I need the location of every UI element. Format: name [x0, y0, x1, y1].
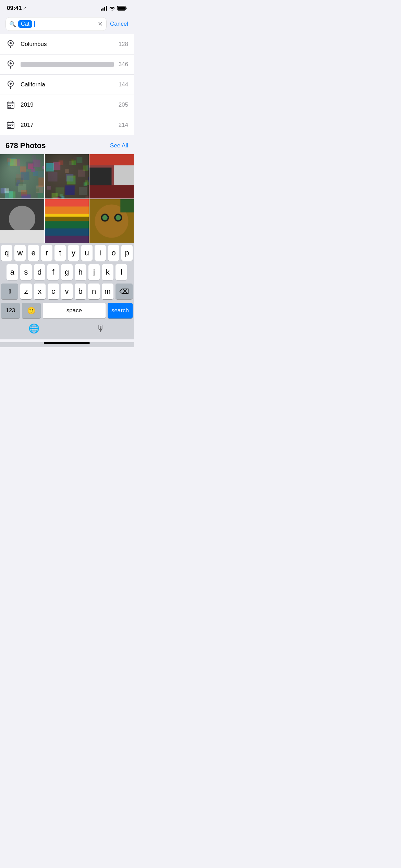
suggestion-label-ca: California — [21, 81, 114, 88]
photo-thumbnail-4 — [0, 199, 44, 243]
location-arrow-icon: ↗ — [23, 6, 27, 11]
location-pin-icon-2 — [5, 59, 16, 70]
suggestion-label: Columbus — [21, 41, 114, 48]
key-p[interactable]: p — [121, 245, 133, 261]
keyboard-bottom-bar: 🌐 🎙 — [0, 320, 134, 339]
numbers-key[interactable]: 123 — [1, 303, 20, 318]
key-y[interactable]: y — [68, 245, 79, 261]
key-z[interactable]: z — [20, 284, 32, 299]
photo-cell-5[interactable] — [45, 199, 89, 243]
svg-point-6 — [10, 62, 12, 64]
photo-grid — [0, 154, 134, 243]
suggestion-count-ca: 144 — [119, 81, 128, 88]
key-l[interactable]: l — [116, 264, 127, 280]
svg-point-9 — [10, 83, 12, 85]
key-e[interactable]: e — [28, 245, 39, 261]
status-time: 09:41 ↗ — [7, 5, 27, 12]
svg-rect-28 — [10, 127, 11, 128]
key-n[interactable]: n — [88, 284, 100, 299]
search-query-pill[interactable]: Cat — [18, 20, 32, 28]
key-d[interactable]: d — [34, 264, 46, 280]
key-x[interactable]: x — [34, 284, 46, 299]
search-bar[interactable]: 🔍 Cat ✕ — [5, 17, 107, 31]
wifi-icon — [109, 6, 115, 11]
suggestion-count-2019: 205 — [119, 101, 128, 108]
text-cursor — [34, 21, 35, 27]
suggestions-list: Columbus 128 346 California 144 — [0, 34, 134, 135]
key-g[interactable]: g — [61, 264, 73, 280]
svg-rect-1 — [118, 7, 125, 10]
battery-icon — [117, 6, 127, 11]
clear-search-icon[interactable]: ✕ — [98, 20, 103, 28]
keyboard-row-1: q w e r t y u i o p — [1, 245, 133, 261]
signal-icon — [101, 6, 107, 11]
photo-thumbnail-3 — [89, 154, 134, 198]
suggestion-count: 128 — [119, 41, 128, 48]
space-key[interactable]: space — [43, 303, 106, 318]
photo-cell-4[interactable] — [0, 199, 44, 243]
keyboard-row-3: ⇧ z x c v b n m ⌫ — [1, 284, 133, 299]
key-k[interactable]: k — [102, 264, 113, 280]
microphone-icon[interactable]: 🎙 — [96, 323, 105, 334]
photo-cell-3[interactable] — [89, 154, 134, 198]
search-icon: 🔍 — [9, 21, 16, 27]
status-icons — [101, 6, 127, 11]
suggestion-item-2019[interactable]: 2019 205 — [0, 95, 134, 115]
search-container: 🔍 Cat ✕ Cancel — [0, 14, 134, 34]
delete-key[interactable]: ⌫ — [116, 284, 133, 299]
shift-key[interactable]: ⇧ — [1, 284, 18, 299]
svg-rect-18 — [8, 107, 10, 108]
calendar-icon-2 — [5, 120, 16, 130]
suggestion-label-2017: 2017 — [21, 122, 114, 129]
location-pin-icon — [5, 39, 16, 49]
key-r[interactable]: r — [41, 245, 52, 261]
key-f[interactable]: f — [47, 264, 59, 280]
suggestion-item-california[interactable]: California 144 — [0, 75, 134, 95]
svg-rect-17 — [12, 105, 13, 106]
key-t[interactable]: t — [54, 245, 66, 261]
time-display: 09:41 — [7, 5, 22, 12]
suggestion-item-blurred[interactable]: 346 — [0, 55, 134, 75]
key-o[interactable]: o — [108, 245, 119, 261]
suggestion-item-columbus[interactable]: Columbus 128 — [0, 34, 134, 55]
svg-point-3 — [10, 42, 12, 44]
photo-thumbnail-2 — [45, 154, 89, 198]
blurred-label — [21, 62, 114, 67]
key-a[interactable]: a — [7, 264, 18, 280]
see-all-button[interactable]: See All — [110, 142, 128, 149]
photo-cell-2[interactable] — [45, 154, 89, 198]
key-i[interactable]: i — [95, 245, 106, 261]
photo-thumbnail-1 — [0, 154, 44, 198]
suggestion-count-2017: 214 — [119, 122, 128, 129]
svg-rect-15 — [8, 105, 10, 106]
key-q[interactable]: q — [1, 245, 12, 261]
key-s[interactable]: s — [20, 264, 32, 280]
photo-cell-1[interactable] — [0, 154, 44, 198]
suggestion-item-2017[interactable]: 2017 214 — [0, 115, 134, 135]
key-m[interactable]: m — [102, 284, 113, 299]
photos-count-title: 678 Photos — [5, 141, 46, 150]
key-v[interactable]: v — [61, 284, 73, 299]
photos-section-header: 678 Photos See All — [0, 135, 134, 154]
svg-rect-26 — [12, 125, 13, 126]
key-h[interactable]: h — [75, 264, 86, 280]
svg-rect-19 — [10, 107, 11, 108]
search-key[interactable]: search — [108, 303, 133, 318]
key-c[interactable]: c — [48, 284, 59, 299]
photo-cell-6[interactable] — [89, 199, 134, 243]
key-b[interactable]: b — [75, 284, 86, 299]
keyboard: q w e r t y u i o p a s d f g h j k l ⇧ … — [0, 243, 134, 320]
svg-rect-16 — [10, 105, 11, 106]
key-j[interactable]: j — [88, 264, 100, 280]
key-w[interactable]: w — [14, 245, 26, 261]
globe-icon[interactable]: 🌐 — [28, 323, 39, 334]
emoji-key[interactable]: 🙂 — [22, 303, 41, 318]
home-indicator — [44, 342, 90, 344]
photo-thumbnail-5 — [45, 199, 89, 243]
cancel-button[interactable]: Cancel — [110, 21, 128, 27]
status-bar: 09:41 ↗ — [0, 0, 134, 14]
photo-thumbnail-6 — [89, 199, 134, 243]
suggestion-count-2: 346 — [119, 61, 128, 68]
location-pin-icon-3 — [5, 80, 16, 90]
key-u[interactable]: u — [81, 245, 93, 261]
